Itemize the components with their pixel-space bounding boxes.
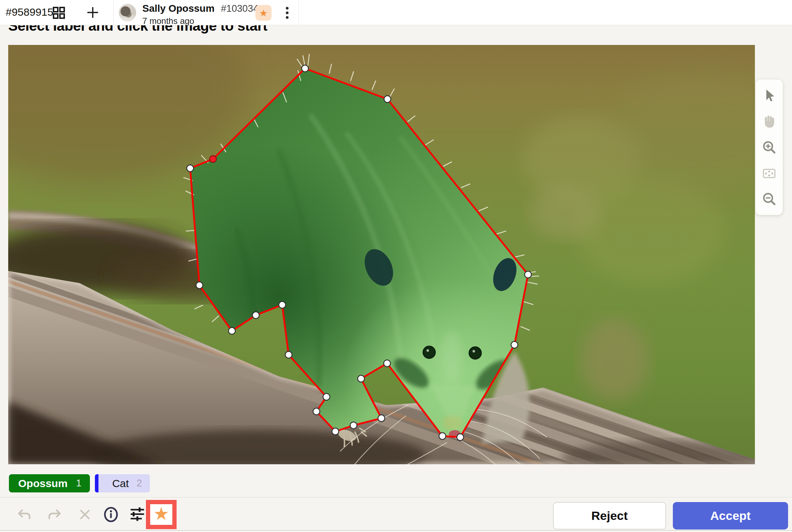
polygon-vertex[interactable] xyxy=(511,342,518,348)
settings-sliders-icon[interactable] xyxy=(129,506,146,523)
delete-icon[interactable] xyxy=(76,506,93,523)
divider xyxy=(113,0,114,25)
polygon-vertex[interactable] xyxy=(302,65,309,72)
polygon-vertex[interactable] xyxy=(439,433,446,440)
reject-button[interactable]: Reject xyxy=(553,502,666,530)
undo-icon[interactable] xyxy=(16,506,33,523)
polygon-vertex[interactable] xyxy=(457,434,464,441)
task-id: #9589915 xyxy=(6,6,53,18)
user-block: Sally Opossum #10303414 7 months ago xyxy=(142,3,269,26)
polygon-vertex[interactable] xyxy=(187,165,194,172)
polygon-vertex[interactable] xyxy=(378,415,385,422)
polygon-vertex[interactable] xyxy=(253,312,259,319)
label-name: Cat xyxy=(112,477,129,490)
polygon-vertex[interactable] xyxy=(229,328,235,334)
label-hotkey: 1 xyxy=(76,478,81,489)
labels-row: Opossum 1 Cat 2 xyxy=(9,474,150,492)
polygon-vertex[interactable] xyxy=(196,282,203,289)
polygon-vertex[interactable] xyxy=(350,422,357,429)
zoom-out-tool-icon[interactable] xyxy=(761,191,777,207)
divider xyxy=(298,0,299,25)
canvas-tool-panel xyxy=(756,80,783,215)
star-icon[interactable]: ★ xyxy=(255,5,271,21)
pan-tool-icon[interactable] xyxy=(761,113,777,130)
polygon-vertex[interactable] xyxy=(279,302,286,308)
bottom-edge-divider xyxy=(0,530,792,532)
annotation-canvas[interactable] xyxy=(8,45,755,464)
star-toggle-highlighted[interactable]: ★ xyxy=(146,500,177,529)
pointer-tool-icon[interactable] xyxy=(761,87,777,104)
plus-icon[interactable] xyxy=(86,6,100,19)
label-chip-opossum[interactable]: Opossum 1 xyxy=(9,474,90,492)
polygon-vertex[interactable] xyxy=(285,352,292,358)
polygon-vertex[interactable] xyxy=(384,360,391,367)
info-icon[interactable] xyxy=(102,506,120,523)
polygon-vertex[interactable] xyxy=(525,271,532,278)
accept-button[interactable]: Accept xyxy=(673,502,788,530)
user-name: Sally Opossum xyxy=(142,3,214,14)
label-name: Opossum xyxy=(18,477,67,490)
polygon-vertex[interactable] xyxy=(332,428,339,435)
bottom-toolbar: ★ Reject Accept xyxy=(0,497,792,531)
fit-screen-tool-icon[interactable] xyxy=(761,165,777,181)
redo-icon[interactable] xyxy=(46,506,63,523)
polygon-vertex[interactable] xyxy=(358,375,365,382)
polygon-vertex[interactable] xyxy=(323,394,330,400)
app-root: Select label and click the image to star… xyxy=(0,0,792,532)
user-time: 7 months ago xyxy=(142,16,269,26)
avatar[interactable] xyxy=(119,4,136,21)
kebab-menu-icon[interactable] xyxy=(281,6,294,20)
label-chip-cat[interactable]: Cat 2 xyxy=(95,474,150,492)
label-hotkey: 2 xyxy=(137,478,142,489)
polygon-vertex-active[interactable] xyxy=(210,156,217,163)
polygon-vertex[interactable] xyxy=(313,408,320,415)
top-bar: #9589915 Sally Opossum #10303414 7 month… xyxy=(0,0,792,25)
zoom-in-tool-icon[interactable] xyxy=(761,139,777,155)
grid-view-icon[interactable] xyxy=(52,6,65,19)
polygon-vertex[interactable] xyxy=(384,96,391,103)
label-color-stripe xyxy=(95,474,98,492)
